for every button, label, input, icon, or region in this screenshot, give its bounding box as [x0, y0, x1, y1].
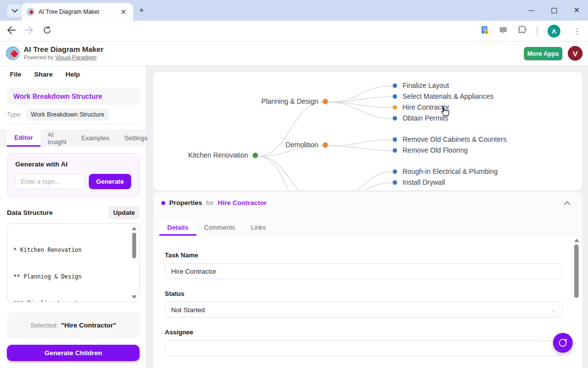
reload-button[interactable] — [43, 26, 51, 36]
scroll-up-icon[interactable] — [132, 227, 137, 230]
back-button[interactable] — [7, 26, 16, 36]
browser-tab[interactable]: AI Tree Diagram Maker ✕ — [22, 3, 133, 21]
node-dot-icon[interactable] — [393, 116, 397, 121]
status-select[interactable]: Not Started ⌄ — [165, 302, 562, 318]
browser-profile-avatar[interactable]: A — [548, 25, 560, 38]
properties-scrollbar[interactable] — [573, 239, 580, 366]
properties-title: Properties — [169, 199, 202, 206]
scroll-up-icon[interactable] — [574, 239, 579, 242]
node-dot-icon[interactable] — [393, 94, 397, 99]
tab-examples[interactable]: Examples — [74, 129, 117, 147]
tree-node-leaf[interactable]: Rough-in Electrical & Plumbing — [393, 167, 498, 175]
properties-for-label: for — [206, 199, 214, 206]
node-dot-icon[interactable] — [253, 153, 258, 158]
generate-children-button[interactable]: Generate Children — [7, 345, 140, 361]
scroll-down-icon[interactable] — [132, 295, 137, 299]
tab-title: AI Tree Diagram Maker — [38, 8, 118, 15]
menu-file[interactable]: File — [10, 71, 21, 78]
properties-tabs: Details Comments Links — [159, 219, 274, 236]
visual-paradigm-logo-icon — [6, 46, 20, 60]
node-dot-icon[interactable] — [323, 99, 328, 104]
forward-button[interactable] — [25, 26, 34, 36]
more-apps-button[interactable]: More Apps — [524, 47, 562, 60]
status-label: Status — [165, 290, 562, 297]
tree-node-leaf[interactable]: Select Materials & Appliances — [393, 92, 493, 100]
visual-paradigm-link[interactable]: Visual Paradigm — [55, 54, 97, 60]
new-tab-button[interactable]: + — [139, 5, 144, 15]
menu-help[interactable]: Help — [66, 71, 80, 78]
document-title: Work Breakdown Structure — [13, 92, 102, 100]
node-dot-icon[interactable] — [393, 105, 397, 110]
scrollbar-thumb[interactable] — [574, 245, 579, 298]
tree-node-leaf[interactable]: Obtain Permits — [393, 114, 448, 122]
tree-node-leaf[interactable]: Remove Old Cabinets & Counters — [393, 135, 507, 143]
tab-comments[interactable]: Comments — [196, 219, 243, 236]
selected-label: Selected: — [30, 322, 58, 329]
reading-extension-icon[interactable] — [480, 26, 489, 37]
node-dot-icon[interactable] — [393, 180, 397, 185]
browser-toolbar: ai-toolbox.visual-paradigm.com/app/ai-tr… — [0, 21, 588, 41]
generate-with-ai-panel: Generate with AI Generate — [7, 153, 140, 197]
tab-editor[interactable]: Editor — [7, 129, 40, 147]
toolbar-separator — [537, 26, 538, 36]
tab-links[interactable]: Links — [243, 219, 274, 236]
task-name-label: Task Name — [165, 251, 562, 259]
collapse-panel-button[interactable] — [564, 199, 570, 206]
extensions-puzzle-icon[interactable] — [517, 26, 527, 37]
app-header: AI Tree Diagram Maker Powered by Visual … — [0, 41, 588, 66]
chevron-down-icon: ⌄ — [551, 306, 556, 313]
properties-panel: Properties for Hire Contractor Details C… — [153, 192, 582, 368]
tree-node-branch[interactable]: Planning & Design — [261, 97, 328, 105]
browser-menu-icon[interactable]: ⋮ — [573, 26, 581, 36]
minimize-button[interactable] — [520, 0, 543, 21]
diagram-canvas[interactable]: Kitchen Renovation Planning & Design Dem… — [153, 72, 582, 190]
tab-close-icon[interactable]: ✕ — [118, 7, 128, 17]
tree-node-leaf[interactable]: Remove Old Flooring — [393, 146, 468, 154]
task-name-field[interactable]: Hire Contractor — [165, 263, 562, 279]
node-dot-icon[interactable] — [393, 148, 397, 153]
tree-node-root[interactable]: Kitchen Renovation — [188, 151, 258, 159]
tree-node-leaf[interactable]: Finalize Layout — [393, 82, 449, 89]
tree-node-leaf-selected[interactable]: Hire Contractor — [393, 103, 449, 111]
node-dot-icon[interactable] — [323, 142, 328, 148]
sidebar-tabs: Editor AI Insight Examples Settings — [0, 129, 147, 147]
menu-bar: File Share Help — [10, 71, 80, 78]
maximize-button[interactable] — [543, 0, 565, 21]
node-label: Hire Contractor — [403, 103, 449, 111]
tree-links — [153, 72, 582, 190]
tree-node-branch[interactable]: Demolition — [286, 141, 328, 149]
node-label: Finalize Layout — [403, 82, 449, 89]
tab-ai-insight[interactable]: AI Insight — [40, 129, 74, 147]
divider — [7, 123, 140, 124]
topic-input[interactable] — [15, 174, 84, 189]
node-label: Install Drywall — [403, 178, 445, 186]
generate-with-ai-title: Generate with AI — [15, 161, 131, 168]
browser-titlebar: AI Tree Diagram Maker ✕ + ✕ — [0, 0, 588, 21]
assignee-field[interactable] — [165, 340, 562, 356]
menu-share[interactable]: Share — [34, 71, 53, 78]
scrollbar-thumb[interactable] — [132, 233, 136, 258]
chevron-down-icon — [12, 9, 18, 13]
tab-details[interactable]: Details — [159, 219, 196, 236]
node-dot-icon[interactable] — [393, 83, 397, 88]
tab-search-button[interactable] — [7, 4, 23, 17]
tree-node-leaf[interactable]: Install Drywall — [393, 178, 445, 186]
textarea-scrollbar[interactable] — [131, 226, 137, 300]
node-dot-icon[interactable] — [393, 169, 397, 174]
user-avatar[interactable]: V — [568, 46, 583, 61]
chat-fab-button[interactable] — [553, 333, 573, 353]
tab-settings[interactable]: Settings — [117, 129, 155, 147]
app-title: AI Tree Diagram Maker — [24, 45, 104, 53]
data-structure-textarea[interactable]: * Kitchen Renovation ** Planning & Desig… — [7, 223, 140, 302]
properties-bullet-icon — [161, 201, 165, 205]
generate-button[interactable]: Generate — [89, 174, 131, 189]
node-label: Kitchen Renovation — [188, 151, 248, 159]
node-dot-icon[interactable] — [393, 137, 397, 142]
update-button[interactable]: Update — [109, 206, 140, 219]
close-button[interactable]: ✕ — [565, 0, 588, 21]
selected-node-box: Selected: "Hire Contractor" — [7, 312, 140, 338]
type-value: Work Breakdown Structure — [26, 109, 110, 121]
document-title-box[interactable]: Work Breakdown Structure — [7, 88, 140, 105]
data-structure-title: Data Structure — [7, 209, 53, 216]
feedback-extension-icon[interactable] — [499, 26, 508, 37]
